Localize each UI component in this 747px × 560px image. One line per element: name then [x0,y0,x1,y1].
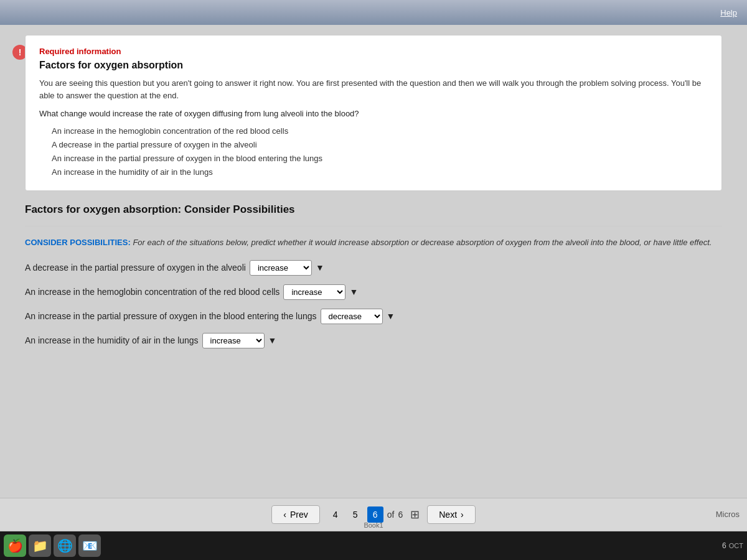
consider-instruction: CONSIDER POSSIBILITIES: For each of the … [25,236,722,249]
page-5[interactable]: 5 [347,506,364,523]
question-3-select[interactable]: increase decrease little effect [321,309,383,324]
prev-arrow-icon: ‹ [283,510,286,520]
divider [25,226,722,226]
question-3-text: An increase in the partial pressure of o… [25,311,317,321]
taskbar-icon-3[interactable]: 🌐 [54,534,76,557]
chevron-down-icon-3: ▼ [387,311,395,321]
question-2-select[interactable]: increase decrease little effect [283,284,345,300]
answer-list: An increase in the hemoglobin concentrat… [39,124,708,179]
required-label: Required information [39,47,708,56]
question-row-1: A decrease in the partial pressure of ox… [25,260,722,276]
answer-item-4: An increase in the humidity of air in th… [52,166,708,179]
page-6[interactable]: 6 [367,506,383,523]
question-text: What change would increase the rate of o… [39,109,708,118]
next-label: Next [439,510,457,520]
box-description: You are seeing this question but you are… [39,77,708,101]
taskbar-time: 6 [722,541,726,550]
section-title: Factors for oxygen absorption: Consider … [25,203,722,216]
question-4-select[interactable]: increase decrease little effect [202,333,265,348]
micros-label: Micros [716,510,740,519]
prev-button[interactable]: ‹ Prev [271,505,319,524]
chevron-down-icon-2: ▼ [349,287,358,297]
taskbar-icon-4[interactable]: 📧 [78,534,101,557]
answer-item-2: A decrease in the partial pressure of ox… [52,138,708,152]
taskbar: 🍎 📁 🌐 📧 6 OCT [0,531,747,560]
question-2-text: An increase in the hemoglobin concentrat… [25,287,280,297]
content-area: ! Required information Factors for oxyge… [0,25,747,407]
next-arrow-icon: › [461,510,464,520]
prev-label: Prev [290,510,308,520]
taskbar-date: OCT [729,542,743,549]
top-bar: Help [0,0,747,25]
total-pages: 6 [398,510,403,520]
consider-italic: For each of the situations below, predic… [133,238,712,247]
taskbar-icon-2[interactable]: 📁 [29,534,51,557]
page-numbers: 4 5 6 of 6 [327,506,403,523]
question-row-3: An increase in the partial pressure of o… [25,309,722,324]
chevron-down-icon-4: ▼ [268,335,277,345]
question-row-2: An increase in the hemoglobin concentrat… [25,284,722,300]
grid-icon[interactable]: ⊞ [410,508,420,521]
taskbar-icon-1[interactable]: 🍎 [4,534,26,557]
help-link[interactable]: Help [720,8,737,17]
next-button[interactable]: Next › [427,505,475,524]
chevron-down-icon-1: ▼ [316,263,324,273]
answer-item-3: An increase in the partial pressure of o… [52,152,708,166]
answer-item-1: An increase in the hemoglobin concentrat… [52,124,708,138]
consider-label: CONSIDER POSSIBILITIES: [25,238,131,247]
question-4-text: An increase in the humidity of air in th… [25,335,199,345]
navigation-bar: ‹ Prev 4 5 6 of 6 ⊞ Next › Micros Book1 [0,498,747,530]
question-row-4: An increase in the humidity of air in th… [25,333,722,348]
question-1-select[interactable]: increase decrease little effect [250,260,312,276]
box-title: Factors for oxygen absorption [39,60,708,71]
of-label: of [387,510,395,520]
page-4[interactable]: 4 [327,506,344,523]
book-label: Book1 [364,521,383,529]
question-1-text: A decrease in the partial pressure of ox… [25,263,246,273]
required-box: Required information Factors for oxygen … [25,35,722,191]
